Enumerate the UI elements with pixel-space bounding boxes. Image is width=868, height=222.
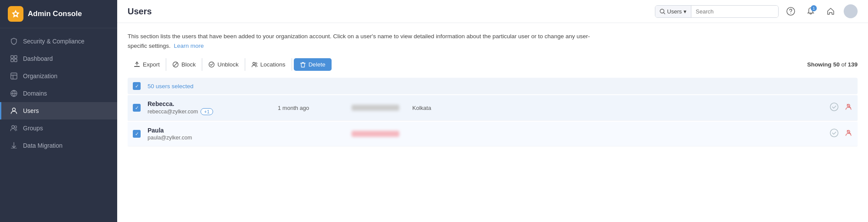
shield-icon	[10, 37, 18, 45]
description-text: This section lists the users that have b…	[128, 32, 605, 50]
showing-total: 139	[848, 61, 858, 68]
user-email-row: rebecca@zylker.com +1	[148, 108, 269, 115]
notifications-button[interactable]: 1	[804, 4, 818, 18]
block-icon	[172, 61, 179, 68]
topbar: Users Users ▾	[117, 0, 868, 23]
check-circle-icon	[830, 103, 838, 111]
users-table: ✓ 50 users selected ✓ Rebecca. rebecca@z…	[128, 78, 858, 146]
user-status-icons	[830, 103, 852, 113]
sidebar-label-dashboard: Dashboard	[23, 55, 53, 62]
sidebar-item-users[interactable]: Users	[0, 102, 117, 119]
groups-icon	[10, 124, 18, 132]
user-blurred-field	[352, 105, 408, 111]
avatar[interactable]	[844, 4, 858, 18]
user-icon	[10, 107, 18, 115]
svg-point-9	[15, 126, 17, 128]
dropdown-arrow-icon: ▾	[684, 8, 687, 15]
status-verified-icon	[830, 103, 838, 113]
organization-icon	[10, 72, 18, 80]
delete-button[interactable]: Delete	[294, 58, 332, 71]
topbar-icons: 1	[784, 4, 858, 18]
locations-icon	[251, 61, 258, 68]
svg-point-18	[255, 63, 257, 64]
delete-icon	[300, 62, 306, 68]
user-email: rebecca@zylker.com	[148, 109, 198, 115]
check-circle-icon	[830, 129, 838, 137]
svg-point-13	[790, 13, 791, 14]
unblock-icon	[208, 61, 215, 68]
sidebar-item-domains[interactable]: Domains	[0, 85, 117, 102]
action-toolbar: Export Block Unblock	[128, 58, 858, 71]
showing-of: of	[841, 61, 846, 68]
migration-icon	[10, 142, 18, 149]
select-all-checkbox[interactable]: ✓	[133, 82, 141, 90]
page-title: Users	[128, 7, 650, 17]
user-email-row: paula@zylker.com	[148, 135, 269, 141]
sidebar-header: Admin Console	[0, 0, 117, 28]
svg-rect-14	[134, 66, 140, 67]
sidebar-item-dashboard[interactable]: Dashboard	[0, 50, 117, 67]
export-button[interactable]: Export	[128, 58, 166, 71]
help-button[interactable]	[784, 4, 798, 18]
svg-rect-10	[11, 148, 17, 149]
user-status-icons	[830, 129, 852, 139]
globe-icon	[10, 89, 18, 97]
sidebar-label-organization: Organization	[23, 73, 57, 80]
status-blocked-icon	[845, 103, 852, 113]
sidebar-label-groups: Groups	[23, 125, 43, 132]
search-filter-label: Users	[667, 8, 682, 15]
status-verified-icon	[830, 129, 838, 139]
person-blocked-icon	[845, 129, 852, 137]
sidebar-item-datamigration[interactable]: Data Migration	[0, 137, 117, 154]
locations-button[interactable]: Locations	[245, 58, 292, 71]
svg-point-17	[253, 63, 255, 65]
row-checkbox-rebecca[interactable]: ✓	[133, 104, 141, 112]
search-icon	[660, 9, 665, 14]
user-name[interactable]: Rebecca.	[148, 100, 269, 107]
notification-badge: 1	[811, 5, 817, 11]
help-icon	[786, 7, 795, 16]
user-info-rebecca: Rebecca. rebecca@zylker.com +1	[148, 100, 269, 115]
sidebar-item-organization[interactable]: Organization	[0, 67, 117, 85]
showing-number: 50	[833, 61, 840, 68]
sidebar: Admin Console Security & Compliance Dash…	[0, 0, 117, 222]
table-row: ✓ Paula paula@zylker.com	[128, 122, 858, 146]
selected-count-label: 50 users selected	[148, 83, 194, 89]
export-icon	[134, 61, 140, 68]
home-button[interactable]	[824, 4, 838, 18]
user-last-active: 1 month ago	[278, 105, 347, 111]
row-checkbox-paula[interactable]: ✓	[133, 130, 141, 138]
search-filter-button[interactable]: Users ▾	[655, 6, 691, 17]
svg-point-22	[830, 129, 838, 137]
svg-rect-5	[11, 73, 17, 79]
sidebar-item-security[interactable]: Security & Compliance	[0, 33, 117, 50]
search-container: Users ▾	[655, 5, 779, 18]
svg-point-19	[830, 103, 838, 111]
blurred-bar-pink	[352, 131, 399, 137]
user-email: paula@zylker.com	[148, 135, 192, 141]
app-name: Admin Console	[28, 10, 82, 18]
blurred-bar	[352, 105, 399, 111]
user-blurred-field	[352, 131, 408, 137]
svg-point-7	[13, 108, 16, 111]
sidebar-label-security: Security & Compliance	[23, 38, 85, 45]
dashboard-icon	[10, 55, 18, 63]
user-location: Kolkata	[412, 105, 464, 111]
block-button[interactable]: Block	[166, 58, 202, 71]
app-logo[interactable]	[8, 6, 23, 22]
search-input[interactable]	[691, 6, 778, 17]
table-header-row: ✓ 50 users selected	[128, 78, 858, 94]
user-info-paula: Paula paula@zylker.com	[148, 127, 269, 141]
user-name[interactable]: Paula	[148, 127, 269, 134]
sidebar-item-groups[interactable]: Groups	[0, 119, 117, 137]
unblock-button[interactable]: Unblock	[202, 58, 245, 71]
sidebar-label-users: Users	[23, 107, 39, 114]
main-content: Users Users ▾	[117, 0, 868, 222]
status-blocked-icon	[845, 129, 852, 139]
svg-point-0	[14, 13, 17, 15]
svg-rect-4	[14, 59, 17, 62]
sidebar-label-domains: Domains	[23, 90, 47, 97]
table-row: ✓ Rebecca. rebecca@zylker.com +1 1 month…	[128, 95, 858, 121]
learn-more-link[interactable]: Learn more	[174, 43, 204, 49]
svg-rect-1	[11, 56, 13, 58]
